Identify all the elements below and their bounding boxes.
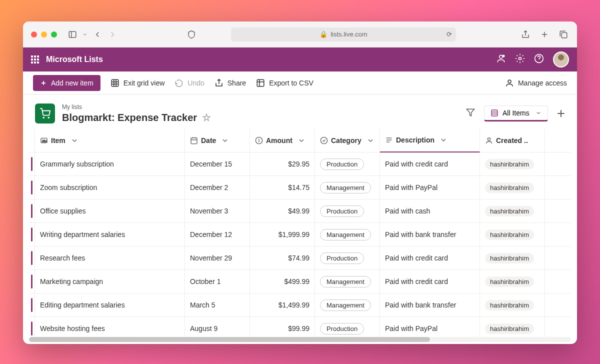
column-created-by[interactable]: Created .. bbox=[480, 128, 545, 152]
cell-date[interactable]: December 12 bbox=[185, 223, 250, 246]
cell-category[interactable]: Production bbox=[315, 200, 380, 222]
undo-button[interactable]: Undo bbox=[174, 78, 204, 88]
column-description[interactable]: Description bbox=[380, 128, 480, 152]
cell-item[interactable]: Website hosting fees bbox=[35, 317, 185, 337]
column-item[interactable]: Abc Item bbox=[35, 128, 185, 152]
cell-creator[interactable]: hashiribrahim bbox=[480, 152, 545, 176]
cell-creator[interactable]: hashiribrahim bbox=[480, 200, 545, 222]
table-row[interactable]: Grammarly subscriptionDecember 15$29.95P… bbox=[29, 152, 571, 176]
cell-creator[interactable]: hashiribrahim bbox=[480, 270, 545, 293]
cell-item[interactable]: Zoom subscription bbox=[35, 176, 185, 199]
cell-category[interactable]: Production bbox=[315, 317, 380, 337]
cell-item[interactable]: Office supplies bbox=[35, 200, 185, 222]
avatar[interactable] bbox=[553, 52, 569, 68]
cell-category[interactable]: Management bbox=[315, 270, 380, 293]
manage-access-button[interactable]: Manage access bbox=[505, 78, 567, 88]
cell-category[interactable]: Management bbox=[315, 176, 380, 199]
cell-date[interactable]: December 2 bbox=[185, 176, 250, 199]
cell-item[interactable]: Grammarly subscription bbox=[35, 152, 185, 176]
horizontal-scrollbar[interactable] bbox=[29, 337, 571, 342]
cell-category[interactable]: Management bbox=[315, 223, 380, 246]
cell-item[interactable]: Editing department salaries bbox=[35, 294, 185, 316]
gear-icon[interactable] bbox=[515, 54, 525, 66]
refresh-icon[interactable]: ⟳ bbox=[446, 30, 452, 38]
chevron-down-icon[interactable] bbox=[82, 30, 88, 40]
cell-creator[interactable]: hashiribrahim bbox=[480, 176, 545, 199]
cell-description[interactable]: Paid with bank transfer bbox=[380, 223, 480, 246]
row-marker-header bbox=[29, 128, 35, 152]
cell-date[interactable]: March 5 bbox=[185, 294, 250, 316]
cell-item[interactable]: Writing department salaries bbox=[35, 223, 185, 246]
svg-point-21 bbox=[48, 117, 49, 118]
new-tab-icon[interactable] bbox=[539, 30, 550, 40]
sidebar-toggle-icon[interactable] bbox=[67, 30, 78, 40]
cell-creator[interactable]: hashiribrahim bbox=[480, 294, 545, 316]
export-csv-button[interactable]: Export to CSV bbox=[256, 78, 314, 88]
tabs-icon[interactable] bbox=[558, 30, 569, 40]
view-selector[interactable]: All Items bbox=[484, 106, 548, 122]
help-icon[interactable] bbox=[534, 54, 544, 66]
minimize-window[interactable] bbox=[41, 32, 47, 38]
cell-date[interactable]: December 15 bbox=[185, 152, 250, 176]
add-new-item-button[interactable]: Add new item bbox=[33, 75, 100, 91]
cell-item[interactable]: Marketing campaign bbox=[35, 270, 185, 293]
cell-amount[interactable]: $1,499.99 bbox=[250, 294, 315, 316]
cell-category[interactable]: Production bbox=[315, 246, 380, 270]
column-date[interactable]: Date bbox=[185, 128, 250, 152]
breadcrumb[interactable]: My lists bbox=[62, 104, 211, 110]
cell-amount[interactable]: $74.99 bbox=[250, 246, 315, 270]
filter-icon[interactable] bbox=[466, 108, 475, 119]
scrollbar-thumb[interactable] bbox=[29, 337, 430, 342]
creator-pill: hashiribrahim bbox=[485, 300, 534, 310]
cell-description[interactable]: Paid with PayPal bbox=[380, 176, 480, 199]
share-icon[interactable] bbox=[520, 30, 531, 40]
cell-amount[interactable]: $499.99 bbox=[250, 270, 315, 293]
cell-item[interactable]: Research fees bbox=[35, 246, 185, 270]
add-view-button[interactable]: + bbox=[557, 106, 565, 122]
table-row[interactable]: Research feesNovember 29$74.99Production… bbox=[29, 246, 571, 270]
cell-date[interactable]: October 1 bbox=[185, 270, 250, 293]
back-icon[interactable] bbox=[92, 30, 103, 40]
list-header: My lists Blogmarkt: Expense Tracker ☆ Al… bbox=[23, 94, 577, 128]
cell-category[interactable]: Production bbox=[315, 152, 380, 176]
cell-date[interactable]: November 3 bbox=[185, 200, 250, 222]
cell-creator[interactable]: hashiribrahim bbox=[480, 223, 545, 246]
cell-date[interactable]: November 29 bbox=[185, 246, 250, 270]
cell-creator[interactable]: hashiribrahim bbox=[480, 317, 545, 337]
cell-description[interactable]: Paid with cash bbox=[380, 200, 480, 222]
share-button[interactable]: Share bbox=[214, 78, 246, 88]
app-launcher-icon[interactable] bbox=[31, 56, 39, 64]
table-row[interactable]: Writing department salariesDecember 12$1… bbox=[29, 223, 571, 246]
person-icon[interactable] bbox=[496, 54, 506, 66]
table-row[interactable]: Website hosting feesAugust 9$99.99Produc… bbox=[29, 317, 571, 337]
table-row[interactable]: Editing department salariesMarch 5$1,499… bbox=[29, 294, 571, 317]
exit-grid-view-button[interactable]: Exit grid view bbox=[110, 78, 164, 88]
cell-description[interactable]: Paid with bank transfer bbox=[380, 294, 480, 316]
shield-icon[interactable] bbox=[186, 30, 197, 40]
cell-amount[interactable]: $29.95 bbox=[250, 152, 315, 176]
close-window[interactable] bbox=[31, 32, 37, 38]
cell-description[interactable]: Paid with credit card bbox=[380, 152, 480, 176]
cell-amount[interactable]: $99.99 bbox=[250, 317, 315, 337]
cell-creator[interactable]: hashiribrahim bbox=[480, 246, 545, 270]
favorite-star-icon[interactable]: ☆ bbox=[202, 112, 211, 124]
cell-category[interactable]: Management bbox=[315, 294, 380, 316]
cell-amount[interactable]: $1,999.99 bbox=[250, 223, 315, 246]
row-marker bbox=[29, 270, 35, 293]
url-bar[interactable]: 🔒 lists.live.com ⟳ bbox=[231, 28, 456, 42]
column-category[interactable]: Category bbox=[315, 128, 380, 152]
table-row[interactable]: Office suppliesNovember 3$49.99Productio… bbox=[29, 200, 571, 223]
forward-icon[interactable] bbox=[107, 30, 118, 40]
cell-description[interactable]: Paid with credit card bbox=[380, 270, 480, 293]
cell-description[interactable]: Paid with PayPal bbox=[380, 317, 480, 337]
exit-grid-label: Exit grid view bbox=[124, 79, 164, 87]
add-label: Add new item bbox=[51, 79, 94, 87]
cell-amount[interactable]: $49.99 bbox=[250, 200, 315, 222]
column-amount[interactable]: Amount bbox=[250, 128, 315, 152]
cell-amount[interactable]: $14.75 bbox=[250, 176, 315, 199]
cell-description[interactable]: Paid with credit card bbox=[380, 246, 480, 270]
cell-date[interactable]: August 9 bbox=[185, 317, 250, 337]
table-row[interactable]: Zoom subscriptionDecember 2$14.75Managem… bbox=[29, 176, 571, 200]
maximize-window[interactable] bbox=[51, 32, 57, 38]
table-row[interactable]: Marketing campaignOctober 1$499.99Manage… bbox=[29, 270, 571, 294]
